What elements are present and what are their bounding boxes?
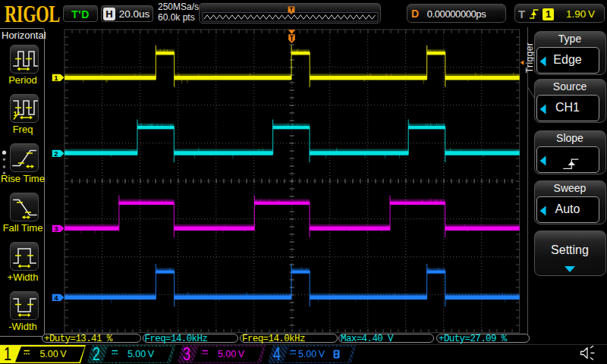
svg-text:3: 3 [54,224,58,233]
svg-text:4: 4 [54,293,58,302]
svg-text:2: 2 [54,149,58,158]
svg-text:1: 1 [54,74,58,82]
